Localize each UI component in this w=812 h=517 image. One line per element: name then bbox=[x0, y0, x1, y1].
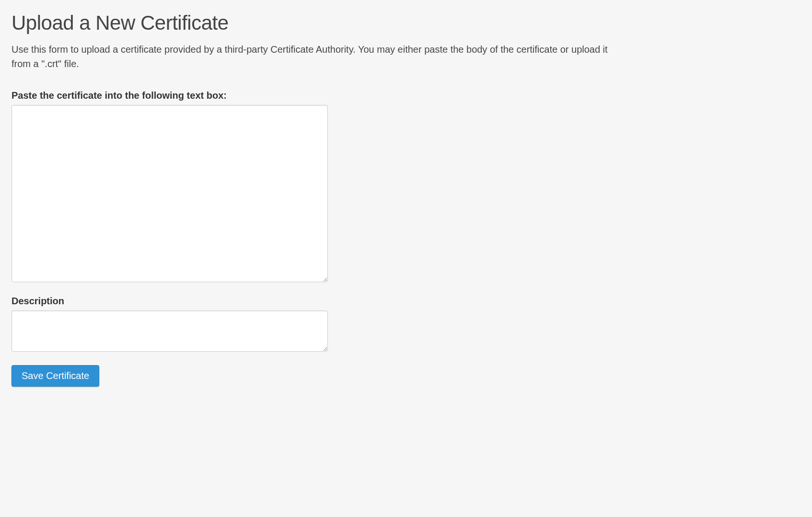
certificate-form-group: Paste the certificate into the following… bbox=[12, 90, 800, 284]
save-certificate-button[interactable]: Save Certificate bbox=[12, 365, 99, 387]
certificate-label: Paste the certificate into the following… bbox=[12, 90, 800, 101]
page-title: Upload a New Certificate bbox=[12, 11, 800, 34]
description-form-group: Description bbox=[12, 296, 800, 354]
page-description: Use this form to upload a certificate pr… bbox=[12, 42, 625, 71]
certificate-input[interactable] bbox=[12, 105, 328, 282]
description-label: Description bbox=[12, 296, 800, 307]
description-input[interactable] bbox=[12, 310, 328, 352]
